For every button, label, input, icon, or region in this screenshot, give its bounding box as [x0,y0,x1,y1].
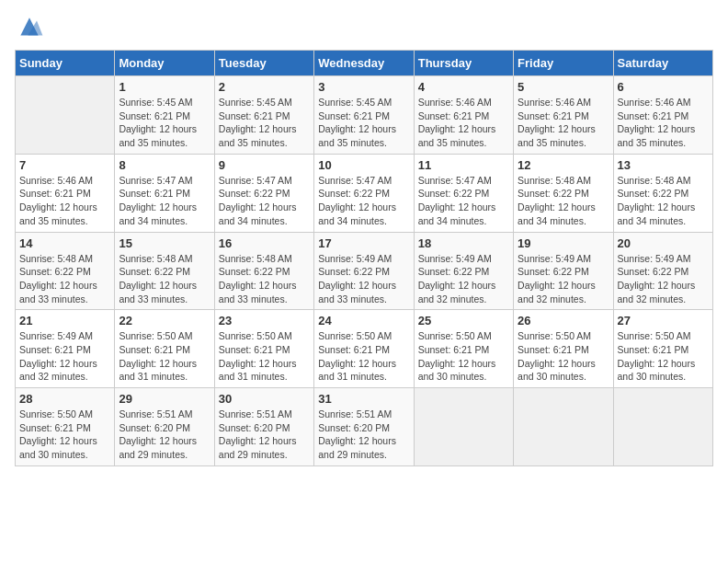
day-number: 9 [219,158,310,172]
day-number: 22 [119,314,210,327]
calendar-table: SundayMondayTuesdayWednesdayThursdayFrid… [15,50,713,466]
day-number: 30 [219,392,310,406]
calendar-cell: 8Sunrise: 5:47 AM Sunset: 6:21 PM Daylig… [115,154,214,232]
day-number: 1 [119,80,210,94]
calendar-cell: 26Sunrise: 5:50 AM Sunset: 6:21 PM Dayli… [514,310,613,388]
day-number: 5 [518,80,609,94]
day-info: Sunrise: 5:48 AM Sunset: 6:22 PM Dayligh… [119,252,210,306]
day-info: Sunrise: 5:45 AM Sunset: 6:21 PM Dayligh… [119,96,210,150]
day-number: 26 [518,314,609,327]
col-header-monday: Monday [115,51,214,76]
calendar-cell: 1Sunrise: 5:45 AM Sunset: 6:21 PM Daylig… [115,76,214,155]
col-header-tuesday: Tuesday [214,51,313,76]
day-number: 10 [318,158,409,172]
day-number: 16 [219,236,310,250]
col-header-thursday: Thursday [414,51,513,76]
day-number: 14 [19,236,110,250]
calendar-cell: 27Sunrise: 5:50 AM Sunset: 6:21 PM Dayli… [613,310,712,388]
day-info: Sunrise: 5:47 AM Sunset: 6:22 PM Dayligh… [418,174,509,228]
day-number: 8 [119,158,210,172]
day-number: 12 [518,158,609,172]
day-info: Sunrise: 5:46 AM Sunset: 6:21 PM Dayligh… [518,96,609,150]
week-row-3: 14Sunrise: 5:48 AM Sunset: 6:22 PM Dayli… [16,232,713,310]
calendar-cell: 23Sunrise: 5:50 AM Sunset: 6:21 PM Dayli… [214,310,313,388]
week-row-4: 21Sunrise: 5:49 AM Sunset: 6:21 PM Dayli… [16,310,713,388]
day-number: 15 [119,236,210,250]
day-info: Sunrise: 5:46 AM Sunset: 6:21 PM Dayligh… [618,96,709,150]
day-number: 17 [318,236,409,250]
calendar-cell: 13Sunrise: 5:48 AM Sunset: 6:22 PM Dayli… [613,154,712,232]
calendar-cell: 12Sunrise: 5:48 AM Sunset: 6:22 PM Dayli… [514,154,613,232]
week-row-5: 28Sunrise: 5:50 AM Sunset: 6:21 PM Dayli… [16,388,713,466]
calendar-cell [514,388,613,466]
col-header-wednesday: Wednesday [314,51,414,76]
page-header [15,15,713,40]
day-info: Sunrise: 5:51 AM Sunset: 6:20 PM Dayligh… [318,408,409,462]
calendar-cell: 29Sunrise: 5:51 AM Sunset: 6:20 PM Dayli… [115,388,214,466]
calendar-cell: 14Sunrise: 5:48 AM Sunset: 6:22 PM Dayli… [16,232,115,310]
day-info: Sunrise: 5:51 AM Sunset: 6:20 PM Dayligh… [119,408,210,462]
calendar-cell: 16Sunrise: 5:48 AM Sunset: 6:22 PM Dayli… [214,232,313,310]
day-info: Sunrise: 5:47 AM Sunset: 6:22 PM Dayligh… [318,174,409,228]
day-number: 19 [518,236,609,250]
day-info: Sunrise: 5:45 AM Sunset: 6:21 PM Dayligh… [318,96,409,150]
calendar-cell [16,76,115,155]
calendar-cell: 24Sunrise: 5:50 AM Sunset: 6:21 PM Dayli… [314,310,414,388]
calendar-cell: 30Sunrise: 5:51 AM Sunset: 6:20 PM Dayli… [214,388,313,466]
calendar-cell: 19Sunrise: 5:49 AM Sunset: 6:22 PM Dayli… [514,232,613,310]
calendar-cell: 22Sunrise: 5:50 AM Sunset: 6:21 PM Dayli… [115,310,214,388]
col-header-sunday: Sunday [16,51,115,76]
calendar-cell [613,388,712,466]
logo-icon [15,15,44,40]
day-info: Sunrise: 5:47 AM Sunset: 6:22 PM Dayligh… [219,174,310,228]
calendar-cell: 28Sunrise: 5:50 AM Sunset: 6:21 PM Dayli… [16,388,115,466]
logo [15,15,48,40]
calendar-cell [414,388,513,466]
day-info: Sunrise: 5:48 AM Sunset: 6:22 PM Dayligh… [618,174,709,228]
day-info: Sunrise: 5:51 AM Sunset: 6:20 PM Dayligh… [219,408,310,462]
day-number: 23 [219,314,310,327]
day-number: 20 [618,236,709,250]
day-info: Sunrise: 5:46 AM Sunset: 6:21 PM Dayligh… [418,96,509,150]
week-row-2: 7Sunrise: 5:46 AM Sunset: 6:21 PM Daylig… [16,154,713,232]
day-info: Sunrise: 5:50 AM Sunset: 6:21 PM Dayligh… [418,329,509,384]
day-info: Sunrise: 5:50 AM Sunset: 6:21 PM Dayligh… [318,329,409,384]
day-number: 29 [119,392,210,406]
day-number: 24 [318,314,409,327]
calendar-cell: 21Sunrise: 5:49 AM Sunset: 6:21 PM Dayli… [16,310,115,388]
day-info: Sunrise: 5:50 AM Sunset: 6:21 PM Dayligh… [219,329,310,384]
day-number: 6 [618,80,709,94]
day-info: Sunrise: 5:49 AM Sunset: 6:21 PM Dayligh… [19,329,110,384]
calendar-cell: 10Sunrise: 5:47 AM Sunset: 6:22 PM Dayli… [314,154,414,232]
header-row: SundayMondayTuesdayWednesdayThursdayFrid… [16,51,713,76]
calendar-cell: 4Sunrise: 5:46 AM Sunset: 6:21 PM Daylig… [414,76,513,155]
day-number: 2 [219,80,310,94]
calendar-cell: 2Sunrise: 5:45 AM Sunset: 6:21 PM Daylig… [214,76,313,155]
calendar-cell: 7Sunrise: 5:46 AM Sunset: 6:21 PM Daylig… [16,154,115,232]
day-info: Sunrise: 5:46 AM Sunset: 6:21 PM Dayligh… [19,174,110,228]
day-number: 11 [418,158,509,172]
calendar-cell: 20Sunrise: 5:49 AM Sunset: 6:22 PM Dayli… [613,232,712,310]
day-number: 7 [19,158,110,172]
day-number: 27 [618,314,709,327]
day-number: 18 [418,236,509,250]
day-info: Sunrise: 5:49 AM Sunset: 6:22 PM Dayligh… [618,252,709,306]
calendar-cell: 18Sunrise: 5:49 AM Sunset: 6:22 PM Dayli… [414,232,513,310]
day-info: Sunrise: 5:45 AM Sunset: 6:21 PM Dayligh… [219,96,310,150]
day-info: Sunrise: 5:48 AM Sunset: 6:22 PM Dayligh… [19,252,110,306]
day-info: Sunrise: 5:50 AM Sunset: 6:21 PM Dayligh… [618,329,709,384]
calendar-cell: 31Sunrise: 5:51 AM Sunset: 6:20 PM Dayli… [314,388,414,466]
week-row-1: 1Sunrise: 5:45 AM Sunset: 6:21 PM Daylig… [16,76,713,155]
day-info: Sunrise: 5:50 AM Sunset: 6:21 PM Dayligh… [119,329,210,384]
calendar-cell: 5Sunrise: 5:46 AM Sunset: 6:21 PM Daylig… [514,76,613,155]
calendar-cell: 9Sunrise: 5:47 AM Sunset: 6:22 PM Daylig… [214,154,313,232]
col-header-saturday: Saturday [613,51,712,76]
day-info: Sunrise: 5:48 AM Sunset: 6:22 PM Dayligh… [219,252,310,306]
day-info: Sunrise: 5:49 AM Sunset: 6:22 PM Dayligh… [318,252,409,306]
day-info: Sunrise: 5:48 AM Sunset: 6:22 PM Dayligh… [518,174,609,228]
calendar-cell: 15Sunrise: 5:48 AM Sunset: 6:22 PM Dayli… [115,232,214,310]
calendar-cell: 17Sunrise: 5:49 AM Sunset: 6:22 PM Dayli… [314,232,414,310]
day-number: 13 [618,158,709,172]
day-info: Sunrise: 5:49 AM Sunset: 6:22 PM Dayligh… [418,252,509,306]
day-info: Sunrise: 5:49 AM Sunset: 6:22 PM Dayligh… [518,252,609,306]
